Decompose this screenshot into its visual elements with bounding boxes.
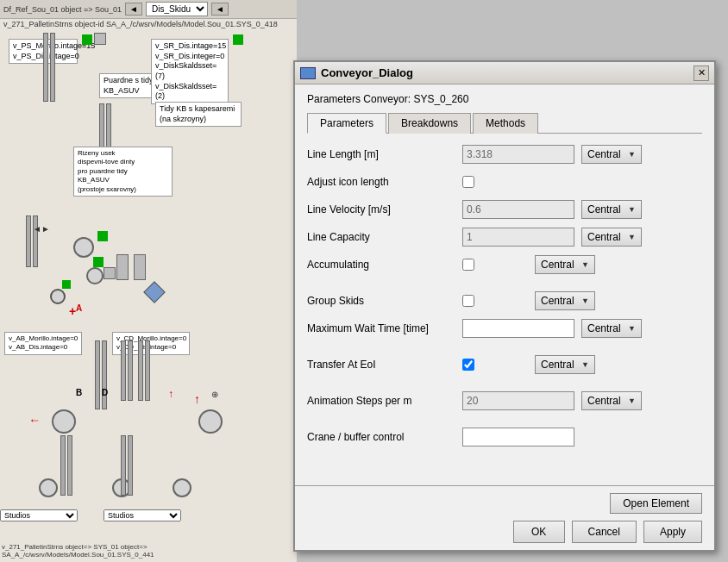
sim-green-1 xyxy=(82,34,92,45)
chevron-down-icon-5: ▼ xyxy=(581,297,589,305)
transfer-at-eoi-dropdown-label: Central xyxy=(541,359,574,371)
sim-path-top: Df_Ref_Sou_01 object => Sou_01 xyxy=(3,5,122,14)
line-length-dropdown[interactable]: Central ▼ xyxy=(581,145,642,164)
dialog-content: Parameters Conveyor: SYS_0_260 Parameter… xyxy=(295,84,714,485)
sim-conv-5 xyxy=(26,215,31,267)
line-length-row: Line Length [m] Central ▼ xyxy=(307,144,702,165)
sim-circle-2 xyxy=(86,267,104,284)
sim-label-5: Rizeny usekdispevni-tove dintypro puardn… xyxy=(73,147,173,197)
line-capacity-input[interactable] xyxy=(462,228,574,247)
sim-label-4: Tidy KB s kapesaremi(na skzroyny) xyxy=(155,102,242,127)
sim-label-6: v_AB_Morillo.intage=0v_AB_Dis.intage=0 xyxy=(4,332,82,355)
ok-button[interactable]: OK xyxy=(513,521,565,543)
sim-bottom-path: v_271_PalletinStrns object=> SYS_01 obje… xyxy=(0,543,297,559)
params-header: Parameters Conveyor: SYS_0_260 xyxy=(307,93,702,105)
accumulating-checkbox[interactable] xyxy=(462,259,474,271)
accumulating-label: Accumulating xyxy=(307,259,462,271)
sim-bottom-select-1[interactable]: Studios xyxy=(0,509,86,521)
sim-conv-2 xyxy=(50,33,55,102)
tab-methods[interactable]: Methods xyxy=(473,113,538,134)
sim-circle-4 xyxy=(198,409,223,434)
sim-select-2[interactable]: Studios xyxy=(104,509,181,521)
sim-conv-7 xyxy=(95,340,100,409)
group-skids-label: Group Skids xyxy=(307,295,462,307)
group-skids-dropdown[interactable]: Central ▼ xyxy=(535,291,595,310)
max-wait-time-dropdown-label: Central xyxy=(587,322,621,334)
sim-circle-5 xyxy=(39,478,58,497)
animation-steps-input[interactable] xyxy=(462,391,574,410)
close-button[interactable]: ✕ xyxy=(693,66,709,81)
dialog-footer: Open Element OK Cancel Apply xyxy=(295,485,714,550)
separator-3 xyxy=(307,382,702,390)
line-length-dropdown-label: Central xyxy=(587,148,621,160)
crane-buffer-label: Crane / buffer control xyxy=(307,431,462,443)
sim-conv-14 xyxy=(128,340,133,401)
line-velocity-dropdown[interactable]: Central ▼ xyxy=(581,200,642,219)
sim-label-3: v_SR_Dis.intage=15v_SR_Dis.integer=0v_Di… xyxy=(151,39,229,104)
sim-rect-3 xyxy=(116,254,129,280)
line-capacity-row: Line Capacity Central ▼ xyxy=(307,227,702,247)
sim-select[interactable]: Dis_Skidu xyxy=(146,2,208,16)
separator-4 xyxy=(307,418,702,427)
crane-buffer-input[interactable] xyxy=(462,428,574,446)
sim-label-d: D xyxy=(102,388,108,397)
max-wait-time-row: Maximum Wait Time [time] Central ▼ xyxy=(307,318,702,339)
transfer-at-eoi-checkbox[interactable] xyxy=(462,359,474,371)
sim-arrow-2: ↑ xyxy=(194,392,200,406)
sim-conv-13 xyxy=(121,340,126,401)
group-skids-checkbox[interactable] xyxy=(462,295,474,307)
animation-steps-dropdown[interactable]: Central ▼ xyxy=(581,391,642,410)
sim-select-1[interactable]: Studios xyxy=(0,509,78,521)
accumulating-dropdown-label: Central xyxy=(541,259,574,271)
crane-buffer-row: Crane / buffer control xyxy=(307,427,702,447)
sim-small-circle xyxy=(50,289,66,304)
adjust-icon-checkbox[interactable] xyxy=(462,176,474,188)
animation-steps-label: Animation Steps per m xyxy=(307,395,462,407)
open-element-button[interactable]: Open Element xyxy=(610,493,702,514)
conveyor-dialog: Conveyor_Dialog ✕ Parameters Conveyor: S… xyxy=(293,60,716,552)
apply-button[interactable]: Apply xyxy=(643,521,702,543)
max-wait-time-dropdown[interactable]: Central ▼ xyxy=(581,319,642,338)
group-skids-row: Group Skids Central ▼ xyxy=(307,290,702,311)
sim-arrow-4: ⊕ xyxy=(211,390,218,399)
chevron-down-icon: ▼ xyxy=(628,150,636,159)
chevron-down-icon-2: ▼ xyxy=(628,205,636,214)
line-capacity-dropdown[interactable]: Central ▼ xyxy=(581,228,642,247)
sim-conv-16 xyxy=(145,340,150,401)
sim-circle-7 xyxy=(173,478,191,497)
tabs-container: Parameters Breakdowns Methods xyxy=(307,112,702,134)
separator-2 xyxy=(307,346,702,354)
sim-conv-9 xyxy=(60,435,66,496)
dialog-title: Conveyor_Dialog xyxy=(321,66,413,79)
sim-conv-15 xyxy=(138,340,143,401)
sim-bottom-select-2[interactable]: Studios xyxy=(104,509,190,521)
transfer-at-eoi-dropdown[interactable]: Central ▼ xyxy=(535,355,595,374)
chevron-down-icon-8: ▼ xyxy=(628,397,636,405)
sim-circle-3 xyxy=(52,409,76,434)
sim-label-b: B xyxy=(76,388,82,397)
cancel-button[interactable]: Cancel xyxy=(572,521,637,543)
dialog-titlebar: Conveyor_Dialog ✕ xyxy=(295,62,714,84)
sim-conv-10 xyxy=(67,435,72,496)
line-capacity-label: Line Capacity xyxy=(307,231,462,243)
simulation-area: Df_Ref_Sou_01 object => Sou_01 ◄ Dis_Ski… xyxy=(0,0,297,562)
sim-rect-2 xyxy=(104,267,116,279)
sim-conv-8 xyxy=(102,340,107,409)
sim-rect-1 xyxy=(94,33,106,45)
transfer-at-eoi-row: Transfer At EoI Central ▼ xyxy=(307,354,702,375)
tab-breakdowns[interactable]: Breakdowns xyxy=(388,113,471,134)
sim-conv-12 xyxy=(128,435,133,496)
max-wait-time-input[interactable] xyxy=(462,319,574,338)
sim-nav-btn[interactable]: ◄ xyxy=(125,3,142,16)
adjust-icon-label: Adjust icon length xyxy=(307,176,462,188)
sim-green-4 xyxy=(93,257,104,267)
chevron-down-icon-3: ▼ xyxy=(628,233,636,241)
sim-conv-11 xyxy=(121,435,126,496)
sim-arrow-btn[interactable]: ◄ xyxy=(211,3,229,16)
accumulating-dropdown[interactable]: Central ▼ xyxy=(535,255,595,274)
tab-parameters[interactable]: Parameters xyxy=(307,113,386,134)
chevron-down-icon-4: ▼ xyxy=(581,260,589,269)
line-length-input[interactable] xyxy=(462,145,574,164)
sim-green-5 xyxy=(62,280,71,289)
line-velocity-input[interactable] xyxy=(462,200,574,219)
